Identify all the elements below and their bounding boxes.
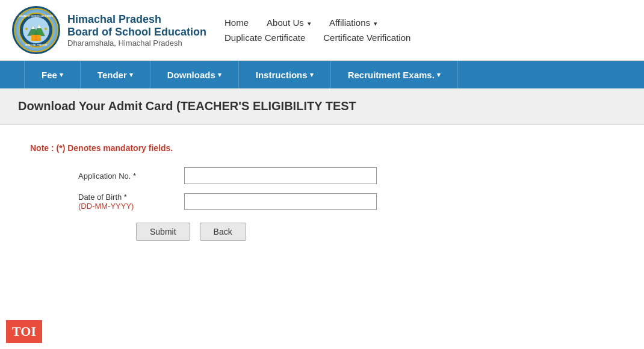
nav-fee[interactable]: Fee ▾: [24, 61, 81, 88]
org-logo: BOARD OF SCHOOL EDUCATION HIMACHAL PRADE…: [12, 6, 60, 54]
nav-affiliations[interactable]: Affiliations ▾: [329, 17, 377, 28]
nav-tender[interactable]: Tender ▾: [81, 61, 150, 88]
nav-duplicate-cert[interactable]: Duplicate Certificate: [224, 32, 305, 43]
nav-cert-verification[interactable]: Certificate Verification: [323, 32, 410, 43]
affiliations-arrow: ▾: [374, 20, 377, 27]
nav-downloads[interactable]: Downloads ▾: [150, 61, 239, 88]
dob-input[interactable]: [184, 193, 377, 210]
page-title-bar: Download Your Admit Card (TEACHER'S ELIG…: [0, 88, 644, 125]
top-navigation: Home About Us ▾ Affiliations ▾ Duplicate…: [206, 17, 632, 43]
blue-navbar: Fee ▾ Tender ▾ Downloads ▾ Instructions …: [0, 61, 644, 88]
org-line3: Dharamshala, Himachal Pradesh: [67, 39, 206, 48]
submit-button[interactable]: Submit: [136, 223, 190, 241]
dob-label: Date of Birth * (DD-MM-YYYY): [78, 193, 175, 211]
nav-about-us[interactable]: About Us ▾: [267, 17, 311, 28]
tender-arrow: ▾: [129, 71, 133, 79]
svg-point-9: [45, 28, 47, 30]
dob-format: (DD-MM-YYYY): [78, 202, 175, 211]
app-no-label: Application No. *: [78, 171, 175, 181]
nav-recruitment[interactable]: Recruitment Exams. ▾: [331, 61, 458, 88]
downloads-arrow: ▾: [218, 71, 221, 79]
dob-row: Date of Birth * (DD-MM-YYYY): [78, 193, 614, 211]
page-title: Download Your Admit Card (TEACHER'S ELIG…: [18, 99, 626, 113]
header: BOARD OF SCHOOL EDUCATION HIMACHAL PRADE…: [0, 0, 644, 61]
app-no-row: Application No. *: [78, 167, 614, 184]
app-no-input[interactable]: [184, 167, 377, 184]
main-content: Note : (*) Denotes mandatory fields. App…: [0, 125, 644, 259]
nav-home[interactable]: Home: [224, 17, 249, 28]
form-area: Application No. * Date of Birth * (DD-MM…: [78, 167, 614, 211]
mandatory-note: Note : (*) Denotes mandatory fields.: [30, 143, 614, 153]
svg-text:HIMACHAL PRADESH: HIMACHAL PRADESH: [25, 44, 48, 46]
svg-text:BOARD OF SCHOOL EDUCATION: BOARD OF SCHOOL EDUCATION: [19, 15, 54, 17]
org-line1: Himachal Pradesh: [67, 13, 206, 26]
about-us-arrow: ▾: [308, 20, 311, 27]
org-name: Himachal Pradesh Board of School Educati…: [67, 13, 206, 48]
nav-instructions[interactable]: Instructions ▾: [239, 61, 331, 88]
back-button[interactable]: Back: [200, 223, 246, 241]
logo-inner: BOARD OF SCHOOL EDUCATION HIMACHAL PRADE…: [14, 8, 58, 52]
fee-arrow: ▾: [60, 71, 63, 79]
org-line2: Board of School Education: [67, 26, 206, 39]
button-row: Submit Back: [136, 223, 614, 241]
nav-row-2: Duplicate Certificate Certificate Verifi…: [224, 32, 632, 43]
svg-point-8: [25, 28, 28, 30]
nav-row-1: Home About Us ▾ Affiliations ▾: [224, 17, 632, 28]
instructions-arrow: ▾: [310, 71, 314, 79]
logo-area: BOARD OF SCHOOL EDUCATION HIMACHAL PRADE…: [12, 6, 206, 54]
recruitment-arrow: ▾: [437, 71, 441, 79]
